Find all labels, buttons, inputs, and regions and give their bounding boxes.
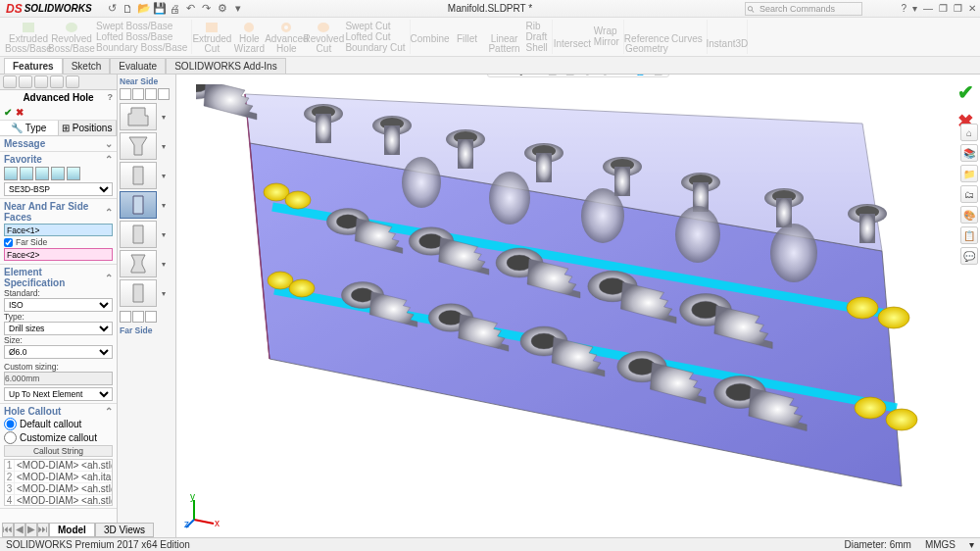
fav-icon[interactable] — [35, 167, 49, 180]
qat-save-icon[interactable]: 💾 — [153, 2, 167, 16]
faces-heading[interactable]: Near And Far Side Faces — [4, 201, 105, 223]
cancel-button[interactable]: ✖ — [16, 107, 24, 118]
linear-pattern-button[interactable]: Linear Pattern — [489, 21, 520, 54]
revolved-cut-button[interactable]: Revolved Cut — [308, 21, 339, 54]
mirror-button[interactable]: Mirror — [594, 36, 619, 47]
minimize-icon[interactable]: — — [923, 3, 933, 14]
qat-print-icon[interactable]: 🖨 — [169, 2, 182, 16]
display-style-icon[interactable]: ◉ — [580, 75, 594, 75]
prev-view-icon[interactable]: ↩ — [527, 75, 541, 75]
tab-prev-icon[interactable]: ◀ — [14, 523, 25, 537]
hole-wizard-button[interactable]: Hole Wizard — [233, 21, 265, 54]
qat-redo-icon[interactable]: ↷ — [200, 2, 214, 16]
profile-straight3[interactable]: ▾ — [120, 279, 157, 307]
default-callout-radio[interactable] — [4, 418, 17, 430]
help-icon[interactable]: ? — [108, 92, 114, 102]
help-dropdown-icon[interactable]: ▾ — [912, 3, 917, 14]
wrap-button[interactable]: Wrap — [594, 25, 619, 36]
profile-straight2[interactable]: ▾ — [120, 221, 157, 248]
scene-icon[interactable]: ✦ — [615, 75, 629, 75]
profile-tool-icon[interactable] — [145, 88, 157, 100]
profile-counterbore[interactable]: ▾ — [120, 103, 157, 130]
lofted-cut-button[interactable]: Lofted Cut — [345, 31, 405, 42]
qat-open-icon[interactable]: 📂 — [137, 2, 151, 16]
fav-icon[interactable] — [67, 167, 80, 180]
tab-evaluate[interactable]: Evaluate — [110, 58, 166, 74]
subtab-positions[interactable]: ⊞ Positions — [59, 121, 118, 135]
fav-icon[interactable] — [20, 167, 33, 180]
tab-features[interactable]: Features — [4, 58, 63, 74]
far-face-field[interactable]: Face<2> — [4, 248, 113, 261]
tab-next-icon[interactable]: ▶ — [25, 523, 37, 537]
callout-table[interactable]: 1<MOD-DIAM> <ah.stl@dia> 2<MOD-DIAM> <ah… — [4, 459, 113, 506]
qat-undo-icon[interactable]: ↶ — [184, 2, 198, 16]
spec-heading[interactable]: Element Specification — [4, 267, 105, 288]
favorite-select[interactable]: SE3D-BSP — [4, 182, 113, 196]
qat-options-icon[interactable]: ⚙ — [216, 2, 229, 16]
customize-callout-radio[interactable] — [4, 431, 17, 444]
fav-icon[interactable] — [4, 167, 18, 180]
taskpane-resources-icon[interactable]: ⌂ — [960, 124, 978, 141]
boundary-boss-button[interactable]: Boundary Boss/Base — [96, 42, 187, 53]
combine-button[interactable]: Combine — [415, 21, 446, 54]
subtab-type[interactable]: 🔧 Type — [0, 121, 59, 135]
qat-new-icon[interactable]: 🗋 — [122, 2, 135, 16]
help-icon[interactable]: ? — [901, 3, 906, 14]
taskpane-library-icon[interactable]: 📚 — [960, 144, 978, 162]
view-orient-icon[interactable]: ⬓ — [563, 75, 576, 75]
extruded-cut-button[interactable]: Extruded Cut — [196, 21, 227, 54]
fillet-button[interactable]: Fillet — [452, 21, 483, 54]
profile-tapered[interactable]: ▾ — [120, 250, 157, 277]
section-icon[interactable]: ▥ — [545, 75, 559, 75]
fav-icon[interactable] — [51, 167, 65, 180]
view-triad[interactable]: x y z — [184, 494, 220, 529]
swept-cut-button[interactable]: Swept Cut — [345, 21, 405, 31]
rib-button[interactable]: Rib — [526, 21, 548, 31]
shell-button[interactable]: Shell — [526, 42, 548, 53]
taskpane-explorer-icon[interactable]: 📁 — [960, 165, 978, 182]
profile-straight-selected[interactable]: ▾ — [120, 191, 157, 219]
ok-button[interactable]: ✔ — [4, 107, 12, 118]
profile-tool-icon[interactable] — [132, 88, 144, 100]
taskpane-appearance-icon[interactable]: 🎨 — [960, 206, 978, 224]
pm-prop-icon[interactable] — [19, 75, 32, 88]
hide-show-icon[interactable]: ◔ — [598, 75, 612, 75]
tab-model[interactable]: Model — [49, 523, 95, 537]
qat-undo-arrow-icon[interactable]: ↺ — [106, 2, 120, 16]
profile-tool-icon[interactable] — [120, 311, 131, 323]
render-icon[interactable]: ▦ — [651, 75, 664, 75]
pm-display-icon[interactable] — [66, 75, 79, 88]
extruded-boss-button[interactable]: Extruded Boss/Base — [10, 21, 47, 54]
profile-straight[interactable]: ▾ — [120, 162, 157, 189]
pm-config-icon[interactable] — [34, 75, 48, 88]
taskpane-props-icon[interactable]: 📋 — [960, 226, 978, 244]
end-condition-select[interactable]: Up To Next Element — [4, 387, 113, 401]
message-heading[interactable]: Message — [4, 138, 45, 149]
near-face-field[interactable]: Face<1> — [4, 224, 113, 236]
appearance-icon[interactable]: 🌐 — [633, 75, 647, 75]
graphics-viewport[interactable]: ⤢🔍↩▥⬓◉◔✦🌐▦ ✔ ✖ ⌂ 📚 📁 🗂 🎨 📋 💬 — [176, 75, 980, 537]
far-side-checkbox[interactable] — [4, 238, 13, 247]
curves-button[interactable]: Curves — [671, 21, 703, 54]
intersect-button[interactable]: Intersect — [557, 25, 588, 49]
pm-tree-icon[interactable] — [3, 75, 17, 88]
tab-sketch[interactable]: Sketch — [63, 58, 111, 74]
status-units[interactable]: MMGS — [925, 539, 956, 550]
zoom-fit-icon[interactable]: ⤢ — [492, 75, 506, 75]
instant3d-button[interactable]: Instant3D — [711, 25, 743, 49]
swept-boss-button[interactable]: Swept Boss/Base — [96, 21, 187, 31]
status-more-icon[interactable]: ▾ — [969, 539, 974, 550]
close-icon[interactable]: ✕ — [968, 3, 976, 14]
profile-tool-icon[interactable] — [158, 88, 170, 100]
restore-icon[interactable]: ❐ — [939, 3, 948, 14]
tab-first-icon[interactable]: ⏮ — [2, 523, 14, 537]
revolved-boss-button[interactable]: Revolved Boss/Base — [53, 21, 90, 54]
standard-select[interactable]: ISO — [4, 298, 113, 312]
favorite-heading[interactable]: Favorite — [4, 154, 42, 165]
search-commands-input[interactable]: Search Commands — [745, 2, 862, 16]
qat-dropdown-icon[interactable]: ▾ — [231, 2, 245, 16]
zoom-area-icon[interactable]: 🔍 — [510, 75, 523, 75]
taskpane-forum-icon[interactable]: 💬 — [960, 247, 978, 265]
reference-geometry-button[interactable]: Reference Geometry — [628, 21, 665, 54]
advanced-hole-button[interactable]: Advanced Hole — [270, 21, 302, 54]
